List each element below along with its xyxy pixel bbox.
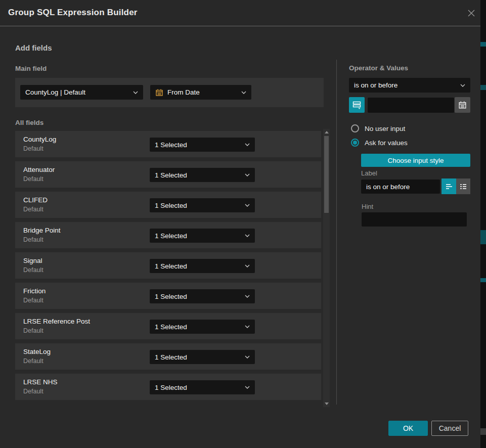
dialog: Group SQL Expression Builder Add fields …	[0, 0, 480, 448]
chevron-down-icon	[245, 355, 250, 359]
label-input[interactable]	[361, 180, 440, 194]
field-name: Signal	[23, 257, 42, 264]
calendar-icon	[155, 88, 163, 97]
chevron-down-icon	[245, 264, 250, 267]
field-subtitle: Default	[23, 327, 43, 334]
radio-circle-icon	[351, 139, 359, 147]
field-name: Attenuator	[23, 166, 55, 173]
close-button[interactable]	[466, 8, 477, 19]
field-values-select[interactable]: 1 Selected	[150, 229, 255, 243]
stacked-rows-icon	[352, 101, 361, 109]
field-row: CountyLog Default 1 Selected	[15, 131, 321, 157]
chevron-down-icon	[133, 91, 138, 94]
background-page-strip	[480, 0, 486, 448]
field-name: CountyLog	[23, 136, 56, 143]
label-caption: Label	[361, 169, 377, 177]
field-row: LRSE Reference Post Default 1 Selected	[15, 313, 321, 339]
list-style-button[interactable]	[456, 178, 470, 194]
field-subtitle: Default	[23, 266, 43, 274]
field-row: Signal Default 1 Selected	[15, 252, 321, 279]
close-icon	[467, 9, 476, 18]
dialog-title: Group SQL Expression Builder	[8, 8, 138, 18]
field-row: LRSE NHS Default 1 Selected	[15, 374, 321, 400]
operator-values-heading: Operator & Values	[349, 64, 408, 72]
field-select[interactable]: From Date	[150, 85, 251, 100]
scroll-down-arrow-icon[interactable]	[325, 402, 329, 405]
date-value-input[interactable]	[368, 98, 454, 113]
field-values-select[interactable]: 1 Selected	[150, 350, 255, 364]
field-name: LRSE NHS	[23, 378, 58, 386]
chevron-down-icon	[241, 91, 246, 94]
field-values-select[interactable]: 1 Selected	[150, 259, 255, 273]
field-values-select[interactable]: 1 Selected	[150, 168, 255, 182]
dialog-titlebar: Group SQL Expression Builder	[0, 0, 480, 26]
unique-values-button[interactable]	[349, 97, 365, 113]
main-field-label: Main field	[15, 65, 47, 72]
single-line-style-button[interactable]	[441, 178, 456, 194]
hint-caption: Hint	[362, 203, 373, 210]
field-row: Friction Default 1 Selected	[15, 283, 321, 309]
field-subtitle: Default	[23, 236, 43, 243]
date-picker-button[interactable]	[455, 97, 470, 113]
panel-divider	[336, 60, 337, 405]
field-subtitle: Default	[23, 206, 43, 213]
radio-circle-icon	[351, 124, 359, 132]
field-subtitle: Default	[23, 357, 43, 365]
chevron-down-icon	[245, 204, 250, 207]
field-values-select[interactable]: 1 Selected	[150, 138, 255, 152]
field-row: CLIFED Default 1 Selected	[15, 192, 321, 218]
field-name: Bridge Point	[23, 227, 61, 234]
field-name: Friction	[23, 287, 46, 295]
all-fields-label: All fields	[15, 119, 43, 126]
chevron-down-icon	[245, 386, 250, 389]
chevron-down-icon	[460, 84, 465, 87]
scroll-up-arrow-icon[interactable]	[325, 131, 329, 133]
chevron-down-icon	[245, 234, 250, 237]
ok-button[interactable]: OK	[388, 421, 428, 436]
layer-select-value: CountyLog | Default	[25, 88, 130, 96]
group-sql-expression-builder: Group SQL Expression Builder Add fields …	[0, 0, 486, 448]
align-left-icon	[445, 183, 453, 191]
field-values-select[interactable]: 1 Selected	[150, 320, 255, 334]
field-subtitle: Default	[23, 297, 43, 304]
field-values-select[interactable]: 1 Selected	[150, 198, 255, 212]
operator-select[interactable]: is on or before	[349, 78, 470, 93]
all-fields-list: CountyLog Default 1 Selected Attenuator …	[15, 131, 321, 400]
field-subtitle: Default	[23, 175, 43, 183]
field-subtitle: Default	[23, 145, 43, 152]
operator-select-value: is on or before	[354, 81, 457, 89]
hint-input[interactable]	[362, 212, 467, 227]
field-subtitle: Default	[23, 388, 43, 395]
field-values-select[interactable]: 1 Selected	[150, 289, 255, 303]
chevron-down-icon	[245, 173, 250, 176]
field-values-select[interactable]: 1 Selected	[150, 380, 255, 394]
add-fields-heading: Add fields	[15, 43, 52, 52]
field-row: Bridge Point Default 1 Selected	[15, 222, 321, 248]
layer-select[interactable]: CountyLog | Default	[20, 85, 143, 100]
calendar-icon	[458, 101, 467, 109]
field-name: StateLog	[23, 348, 51, 355]
field-row: StateLog Default 1 Selected	[15, 343, 321, 370]
radio-no-user-input[interactable]: No user input	[351, 124, 405, 132]
chevron-down-icon	[245, 325, 250, 328]
chevron-down-icon	[245, 295, 250, 298]
field-select-value: From Date	[167, 88, 238, 96]
radio-ask-for-values[interactable]: Ask for values	[351, 139, 408, 147]
field-name: LRSE Reference Post	[23, 318, 90, 325]
list-scrollbar[interactable]	[323, 129, 330, 407]
chevron-down-icon	[245, 143, 250, 146]
main-field-panel: CountyLog | Default From Date	[15, 78, 324, 107]
field-name: CLIFED	[23, 196, 48, 204]
scrollbar-thumb[interactable]	[324, 136, 329, 213]
field-row: Attenuator Default 1 Selected	[15, 161, 321, 188]
bulleted-list-icon	[459, 183, 467, 191]
choose-input-style-button[interactable]: Choose input style	[361, 154, 470, 167]
cancel-button[interactable]: Cancel	[431, 421, 468, 436]
